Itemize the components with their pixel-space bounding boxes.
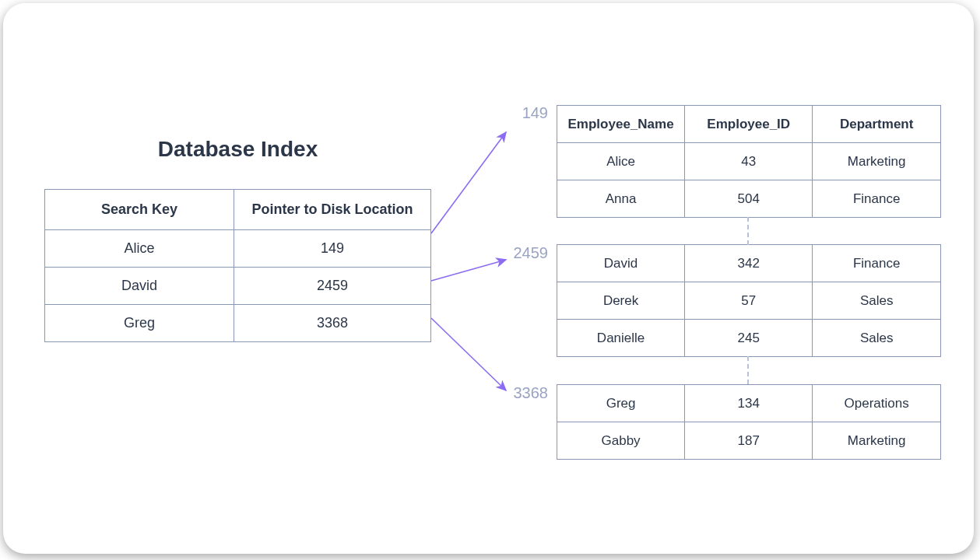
ellipsis-connector: [747, 217, 749, 245]
arrow-icon: [431, 260, 506, 281]
cell-id: 245: [685, 320, 813, 357]
arrow-icon: [431, 318, 506, 390]
table-row: Danielle 245 Sales: [557, 320, 941, 357]
arrow-icon: [431, 132, 506, 233]
header-emp-name: Employee_Name: [557, 106, 685, 143]
diagram-card: Database Index Search Key Pointer to Dis…: [3, 3, 974, 554]
block-label: 149: [509, 104, 548, 122]
header-pointer: Pointer to Disk Location: [234, 190, 431, 230]
cell-dept: Sales: [813, 282, 941, 320]
header-emp-id: Employee_ID: [685, 106, 813, 143]
cell-ptr: 2459: [234, 268, 431, 305]
header-search-key: Search Key: [45, 190, 234, 230]
header-dept: Department: [813, 106, 941, 143]
cell-name: Anna: [557, 180, 685, 218]
table-row: Anna 504 Finance: [557, 180, 941, 218]
table-row: Derek 57 Sales: [557, 282, 941, 320]
diagram-title: Database Index: [44, 137, 431, 162]
cell-id: 342: [685, 245, 813, 282]
cell-id: 57: [685, 282, 813, 320]
table-row: Greg 3368: [45, 305, 431, 342]
data-block: Employee_Name Employee_ID Department Ali…: [557, 105, 941, 218]
cell-dept: Finance: [813, 245, 941, 282]
cell-name: David: [557, 245, 685, 282]
data-block: David 342 Finance Derek 57 Sales Daniell…: [557, 244, 941, 357]
index-table: Search Key Pointer to Disk Location Alic…: [44, 189, 431, 342]
cell-name: Danielle: [557, 320, 685, 357]
cell-id: 43: [685, 143, 813, 180]
cell-ptr: 149: [234, 230, 431, 268]
cell-dept: Finance: [813, 180, 941, 218]
cell-id: 134: [685, 385, 813, 422]
data-block: Greg 134 Operations Gabby 187 Marketing: [557, 384, 941, 460]
table-row: Greg 134 Operations: [557, 385, 941, 422]
block-label: 3368: [504, 384, 548, 402]
cell-dept: Operations: [813, 385, 941, 422]
table-row: David 342 Finance: [557, 245, 941, 282]
cell-dept: Sales: [813, 320, 941, 357]
table-row: Alice 149: [45, 230, 431, 268]
cell-dept: Marketing: [813, 422, 941, 460]
cell-key: David: [45, 268, 234, 305]
table-header-row: Employee_Name Employee_ID Department: [557, 106, 941, 143]
cell-name: Gabby: [557, 422, 685, 460]
cell-key: Greg: [45, 305, 234, 342]
cell-dept: Marketing: [813, 143, 941, 180]
cell-id: 187: [685, 422, 813, 460]
cell-key: Alice: [45, 230, 234, 268]
block-label: 2459: [504, 244, 548, 262]
cell-name: Derek: [557, 282, 685, 320]
table-row: David 2459: [45, 268, 431, 305]
table-row: Alice 43 Marketing: [557, 143, 941, 180]
cell-name: Alice: [557, 143, 685, 180]
cell-ptr: 3368: [234, 305, 431, 342]
table-header-row: Search Key Pointer to Disk Location: [45, 190, 431, 230]
cell-name: Greg: [557, 385, 685, 422]
cell-id: 504: [685, 180, 813, 218]
table-row: Gabby 187 Marketing: [557, 422, 941, 460]
ellipsis-connector: [747, 356, 749, 384]
